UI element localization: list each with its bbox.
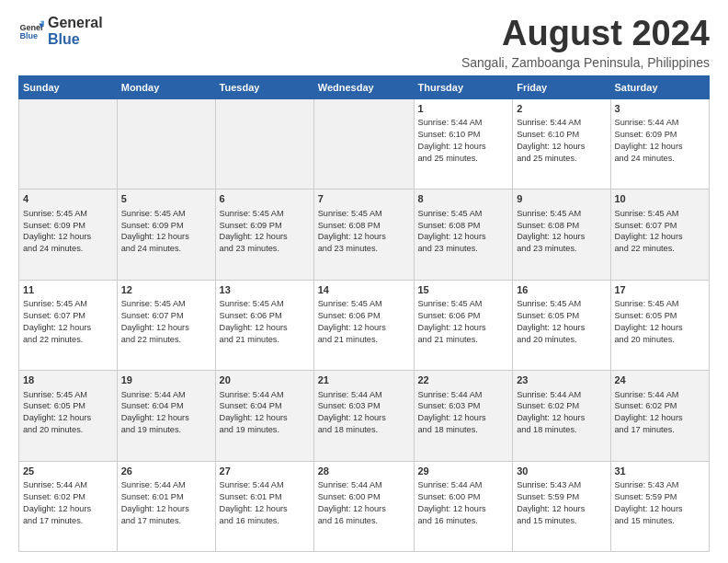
- day-info: and 25 minutes.: [418, 153, 509, 165]
- day-info: Sunset: 5:59 PM: [517, 491, 606, 503]
- day-number: 20: [220, 373, 310, 387]
- calendar-cell: 20Sunrise: 5:44 AMSunset: 6:04 PMDayligh…: [215, 371, 313, 461]
- day-info: Sunrise: 5:44 AM: [318, 479, 410, 491]
- calendar-cell: 25Sunrise: 5:44 AMSunset: 6:02 PMDayligh…: [19, 461, 118, 551]
- day-number: 22: [418, 373, 509, 387]
- calendar-cell: [19, 98, 118, 189]
- day-info: Daylight: 12 hours: [418, 322, 509, 334]
- page: General Blue General Blue August 2024 Sa…: [0, 0, 728, 563]
- day-number: 10: [615, 192, 706, 206]
- day-info: Sunset: 6:05 PM: [615, 310, 706, 322]
- day-number: 31: [615, 465, 706, 478]
- day-info: Daylight: 12 hours: [517, 322, 606, 334]
- day-info: Daylight: 12 hours: [318, 322, 410, 334]
- day-info: Daylight: 12 hours: [615, 231, 706, 243]
- day-info: and 15 minutes.: [517, 515, 606, 527]
- day-info: Sunrise: 5:45 AM: [318, 298, 410, 310]
- day-info: and 23 minutes.: [318, 243, 410, 255]
- day-number: 26: [121, 465, 211, 478]
- day-info: Sunset: 6:02 PM: [517, 400, 606, 412]
- day-info: and 19 minutes.: [220, 424, 310, 436]
- day-number: 12: [121, 283, 211, 297]
- calendar-header-tuesday: Tuesday: [215, 75, 313, 98]
- day-number: 6: [220, 192, 310, 206]
- day-info: and 18 minutes.: [517, 424, 606, 436]
- day-info: Sunrise: 5:45 AM: [220, 208, 310, 220]
- day-info: Daylight: 12 hours: [318, 412, 410, 424]
- subtitle: Sangali, Zamboanga Peninsula, Philippine…: [461, 55, 710, 70]
- day-info: Sunset: 6:08 PM: [318, 220, 410, 232]
- day-info: Sunrise: 5:45 AM: [23, 208, 113, 220]
- day-info: Sunset: 6:03 PM: [318, 400, 410, 412]
- calendar-week-row: 4Sunrise: 5:45 AMSunset: 6:09 PMDaylight…: [19, 190, 710, 280]
- day-number: 27: [220, 465, 310, 478]
- day-info: Sunrise: 5:45 AM: [23, 298, 113, 310]
- day-number: 25: [23, 465, 113, 478]
- calendar-cell: 23Sunrise: 5:44 AMSunset: 6:02 PMDayligh…: [513, 371, 610, 461]
- day-number: 7: [318, 192, 410, 206]
- day-info: Daylight: 12 hours: [220, 503, 310, 515]
- calendar-cell: 9Sunrise: 5:45 AMSunset: 6:08 PMDaylight…: [513, 190, 610, 280]
- day-info: Daylight: 12 hours: [23, 412, 113, 424]
- header: General Blue General Blue August 2024 Sa…: [18, 15, 710, 70]
- calendar-cell: 29Sunrise: 5:44 AMSunset: 6:00 PMDayligh…: [414, 461, 513, 551]
- day-info: Sunrise: 5:44 AM: [220, 479, 310, 491]
- day-info: Daylight: 12 hours: [517, 503, 606, 515]
- day-info: and 23 minutes.: [517, 243, 606, 255]
- day-info: and 24 minutes.: [121, 243, 211, 255]
- day-info: Daylight: 12 hours: [615, 412, 706, 424]
- day-info: Sunset: 6:07 PM: [23, 310, 113, 322]
- day-number: 1: [418, 102, 509, 116]
- day-info: Sunrise: 5:44 AM: [220, 389, 310, 401]
- day-info: Sunrise: 5:44 AM: [318, 389, 410, 401]
- calendar-cell: 31Sunrise: 5:43 AMSunset: 5:59 PMDayligh…: [610, 461, 710, 551]
- calendar-week-row: 1Sunrise: 5:44 AMSunset: 6:10 PMDaylight…: [19, 98, 710, 189]
- title-area: August 2024 Sangali, Zamboanga Peninsula…: [461, 15, 710, 70]
- day-info: Sunset: 5:59 PM: [615, 491, 706, 503]
- calendar-cell: 11Sunrise: 5:45 AMSunset: 6:07 PMDayligh…: [19, 280, 118, 370]
- day-info: Sunset: 6:04 PM: [220, 400, 310, 412]
- day-info: Daylight: 12 hours: [418, 503, 509, 515]
- day-number: 24: [615, 373, 706, 387]
- calendar-cell: 5Sunrise: 5:45 AMSunset: 6:09 PMDaylight…: [117, 190, 215, 280]
- day-info: Sunset: 6:06 PM: [220, 310, 310, 322]
- day-info: Sunset: 6:06 PM: [318, 310, 410, 322]
- calendar-cell: 21Sunrise: 5:44 AMSunset: 6:03 PMDayligh…: [313, 371, 414, 461]
- calendar-cell: 18Sunrise: 5:45 AMSunset: 6:05 PMDayligh…: [19, 371, 118, 461]
- day-info: Sunset: 6:08 PM: [517, 220, 606, 232]
- calendar-header-thursday: Thursday: [414, 75, 513, 98]
- svg-text:Blue: Blue: [19, 31, 38, 40]
- day-number: 13: [220, 283, 310, 297]
- day-number: 16: [517, 283, 606, 297]
- day-info: Sunrise: 5:45 AM: [615, 208, 706, 220]
- calendar-table: SundayMondayTuesdayWednesdayThursdayFrid…: [18, 75, 710, 552]
- calendar-cell: 30Sunrise: 5:43 AMSunset: 5:59 PMDayligh…: [513, 461, 610, 551]
- calendar-cell: 6Sunrise: 5:45 AMSunset: 6:09 PMDaylight…: [215, 190, 313, 280]
- day-number: 21: [318, 373, 410, 387]
- calendar-header-friday: Friday: [513, 75, 610, 98]
- day-info: and 21 minutes.: [318, 334, 410, 346]
- day-info: Sunset: 6:02 PM: [615, 400, 706, 412]
- day-info: and 19 minutes.: [121, 424, 211, 436]
- calendar-cell: [215, 98, 313, 189]
- day-info: Sunrise: 5:45 AM: [418, 208, 509, 220]
- calendar-header-wednesday: Wednesday: [313, 75, 414, 98]
- calendar-cell: 19Sunrise: 5:44 AMSunset: 6:04 PMDayligh…: [117, 371, 215, 461]
- day-info: and 20 minutes.: [615, 334, 706, 346]
- day-info: Sunset: 6:10 PM: [517, 129, 606, 141]
- main-title: August 2024: [461, 15, 710, 53]
- day-info: and 22 minutes.: [121, 334, 211, 346]
- day-info: Sunrise: 5:45 AM: [615, 298, 706, 310]
- calendar-week-row: 18Sunrise: 5:45 AMSunset: 6:05 PMDayligh…: [19, 371, 710, 461]
- calendar-cell: 16Sunrise: 5:45 AMSunset: 6:05 PMDayligh…: [513, 280, 610, 370]
- day-info: Sunset: 6:09 PM: [121, 220, 211, 232]
- day-info: and 21 minutes.: [418, 334, 509, 346]
- day-info: Daylight: 12 hours: [418, 412, 509, 424]
- day-info: and 16 minutes.: [220, 515, 310, 527]
- day-info: Daylight: 12 hours: [220, 231, 310, 243]
- calendar-cell: 17Sunrise: 5:45 AMSunset: 6:05 PMDayligh…: [610, 280, 710, 370]
- day-info: and 20 minutes.: [23, 424, 113, 436]
- day-info: and 18 minutes.: [418, 424, 509, 436]
- day-number: 30: [517, 465, 606, 478]
- logo-text-general: General: [48, 15, 103, 31]
